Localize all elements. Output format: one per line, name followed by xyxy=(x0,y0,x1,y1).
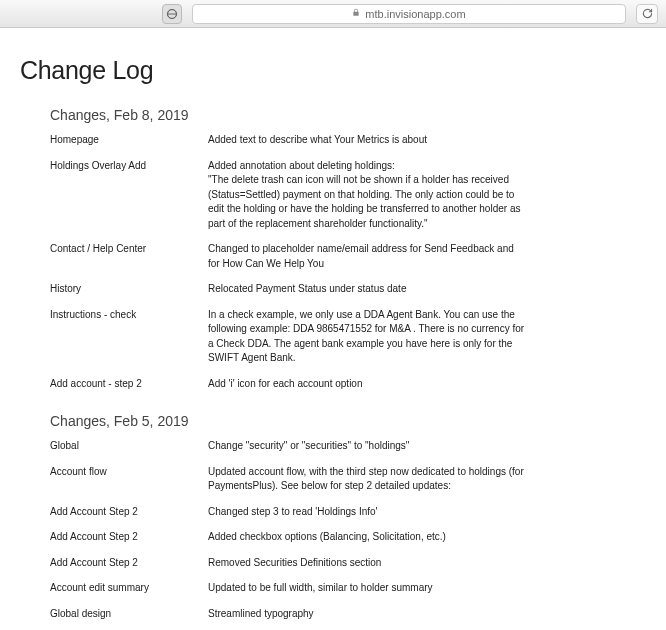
entry-desc: Change "security" or "securities" to "ho… xyxy=(208,439,528,454)
change-entry: Add account - step 2 Add 'i' icon for ea… xyxy=(50,377,646,392)
entry-label: Global design xyxy=(50,607,208,622)
entry-label: Global xyxy=(50,439,208,454)
extension-icon[interactable] xyxy=(162,4,182,24)
change-entry: Add Account Step 2 Added checkbox option… xyxy=(50,530,646,545)
changes-section-1: Changes, Feb 5, 2019 Global Change "secu… xyxy=(50,413,646,630)
change-entry: Global design Streamlined typography xyxy=(50,607,646,622)
entry-label: Instructions - check xyxy=(50,308,208,323)
entry-label: History xyxy=(50,282,208,297)
entry-label: Holdings Overlay Add xyxy=(50,159,208,174)
entry-label: Add Account Step 2 xyxy=(50,556,208,571)
change-entry: Add Account Step 2 Changed step 3 to rea… xyxy=(50,505,646,520)
entry-desc: Relocated Payment Status under status da… xyxy=(208,282,528,297)
change-entry: Contact / Help Center Changed to placeho… xyxy=(50,242,646,271)
entry-label: Account flow xyxy=(50,465,208,480)
change-entry: Homepage Added text to describe what You… xyxy=(50,133,646,148)
entry-desc: Add 'i' icon for each account option xyxy=(208,377,528,392)
page-title: Change Log xyxy=(20,56,646,85)
entry-desc: In a check example, we only use a DDA Ag… xyxy=(208,308,528,366)
entry-label: Contact / Help Center xyxy=(50,242,208,257)
change-entry: Global Change "security" or "securities"… xyxy=(50,439,646,454)
section-heading: Changes, Feb 8, 2019 xyxy=(50,107,646,123)
entry-desc: Streamlined typography xyxy=(208,607,528,622)
change-entry: Account flow Updated account flow, with … xyxy=(50,465,646,494)
browser-toolbar: mtb.invisionapp.com xyxy=(0,0,666,28)
entry-desc: Updated to be full width, similar to hol… xyxy=(208,581,528,596)
entry-desc: Added text to describe what Your Metrics… xyxy=(208,133,528,148)
entry-desc: Added checkbox options (Balancing, Solic… xyxy=(208,530,528,545)
entry-label: Homepage xyxy=(50,133,208,148)
entry-desc: Updated account flow, with the third ste… xyxy=(208,465,528,494)
change-entry: Account edit summary Updated to be full … xyxy=(50,581,646,596)
reload-button[interactable] xyxy=(636,4,658,24)
entry-desc: Changed step 3 to read 'Holdings Info' xyxy=(208,505,528,520)
entry-label: Add account - step 2 xyxy=(50,377,208,392)
entry-label: Add Account Step 2 xyxy=(50,505,208,520)
changes-section-0: Changes, Feb 8, 2019 Homepage Added text… xyxy=(50,107,646,391)
lock-icon xyxy=(352,8,360,19)
change-entry: Holdings Overlay Add Added annotation ab… xyxy=(50,159,646,232)
page-content: Change Log Changes, Feb 8, 2019 Homepage… xyxy=(0,28,666,630)
change-entry: History Relocated Payment Status under s… xyxy=(50,282,646,297)
section-heading: Changes, Feb 5, 2019 xyxy=(50,413,646,429)
url-text: mtb.invisionapp.com xyxy=(365,8,465,20)
address-bar[interactable]: mtb.invisionapp.com xyxy=(192,4,626,24)
entry-label: Add Account Step 2 xyxy=(50,530,208,545)
change-entry: Add Account Step 2 Removed Securities De… xyxy=(50,556,646,571)
entry-desc: Added annotation about deleting holdings… xyxy=(208,159,528,232)
change-entry: Instructions - check In a check example,… xyxy=(50,308,646,366)
entry-desc: Removed Securities Definitions section xyxy=(208,556,528,571)
entry-label: Account edit summary xyxy=(50,581,208,596)
entry-desc: Changed to placeholder name/email addres… xyxy=(208,242,528,271)
